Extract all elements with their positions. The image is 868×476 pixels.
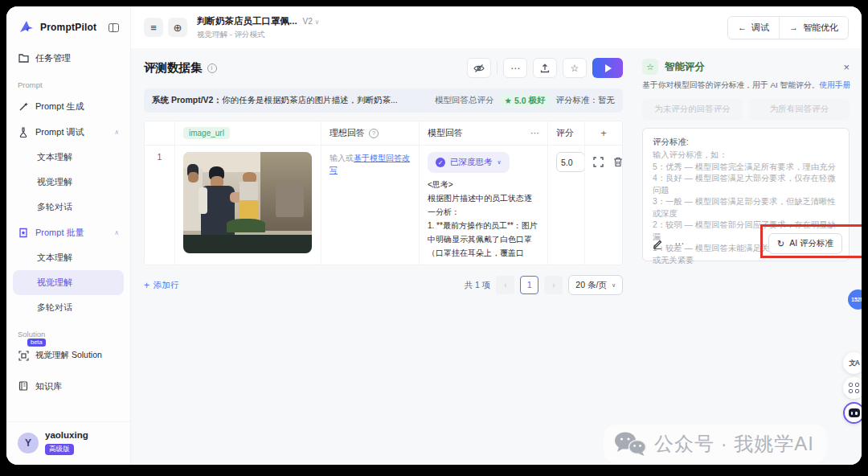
sidebar-item-prompt-gen[interactable]: Prompt 生成 <box>6 93 130 119</box>
debug-mode-button[interactable]: ← 调试 <box>728 17 780 39</box>
export-button[interactable] <box>533 58 557 78</box>
panel-title: 智能评分 <box>665 60 705 74</box>
system-prompt-label: 系统 Prompt/V2： <box>152 95 222 106</box>
ideal-answer-cell[interactable]: 输入或基于模型回答改写 <box>321 146 420 265</box>
criteria-label: 评分标准: <box>653 137 839 148</box>
expand-row-button[interactable] <box>593 157 604 167</box>
favorite-button[interactable]: ☆ <box>563 58 587 78</box>
translate-button[interactable]: 文A <box>843 352 862 374</box>
criteria-editor[interactable]: 评分标准: 输入评分标准，如： 5：优秀 — 模型回答完全满足所有要求，理由充分… <box>642 128 850 261</box>
next-page-button[interactable]: › <box>544 276 563 294</box>
prev-page-button[interactable]: ‹ <box>496 276 514 294</box>
image-url-column-header[interactable]: image_url <box>175 121 321 145</box>
smart-optimize-button[interactable]: → 智能优化 <box>780 17 848 39</box>
delete-row-button[interactable] <box>613 157 622 167</box>
eval-table: image_url 理想回答 ? 模型回答 ⋯ 评分 + <box>144 121 623 265</box>
ai-assistant-button[interactable] <box>843 402 862 424</box>
sidebar-item-vision-solution[interactable]: beta 视觉理解 Solution <box>6 343 130 368</box>
collapse-sidebar-icon[interactable] <box>108 23 119 32</box>
sidebar-item-label: Prompt 生成 <box>35 101 84 113</box>
plus-circle-icon: ⊕ <box>174 22 182 34</box>
model-answer-column-header[interactable]: 模型回答 ⋯ <box>420 121 548 145</box>
task-title: 判断奶茶店员工口罩佩... <box>197 15 297 27</box>
user-profile[interactable]: Y yaoluxing 高级版 <box>6 421 130 465</box>
new-task-button[interactable]: ⊕ <box>168 18 187 37</box>
score-input[interactable] <box>556 152 585 172</box>
batch-doc-icon <box>18 227 29 238</box>
sidebar-item-debug-text[interactable]: 文本理解 <box>6 145 130 170</box>
more-actions-button[interactable]: ⋯ <box>503 58 527 78</box>
score-all-button[interactable]: 为所有回答评分 <box>749 99 850 120</box>
score-unscored-button[interactable]: 为未评分的回答评分 <box>642 99 743 120</box>
menu-button[interactable]: ≡ <box>144 18 163 37</box>
table-header: image_url 理想回答 ? 模型回答 ⋯ 评分 + <box>145 121 622 146</box>
memory-badge: 152M <box>848 289 862 310</box>
ai-refresh-icon: ↻ <box>777 239 784 249</box>
current-page[interactable]: 1 <box>520 276 538 294</box>
top-header: ≡ ⊕ 判断奶茶店员工口罩佩... V2 ∨ 视觉理解 - 评分模式 ← 调试 … <box>131 6 862 48</box>
deep-think-toggle[interactable]: ✓ 已深度思考 ∨ <box>428 152 510 173</box>
sidebar-item-prompt-batch[interactable]: Prompt 批量 ∧ <box>6 220 130 245</box>
sidebar-item-debug-vision[interactable]: 视觉理解 <box>6 170 130 195</box>
info-icon: i <box>207 64 217 73</box>
total-score-label: 模型回答总评分 <box>435 95 494 106</box>
panel-description: 基于你对模型回答的评分标准，用于 AI 智能评分。使用手册 <box>642 80 850 91</box>
row-actions-cell <box>585 146 622 265</box>
chevron-up-icon[interactable]: ∧ <box>114 229 119 236</box>
ideal-placeholder: 输入或 <box>330 154 354 162</box>
sidebar-item-batch-multiturn[interactable]: 多轮对话 <box>6 295 130 320</box>
dataset-column: 评测数据集 i ⋯ ☆ <box>144 58 623 295</box>
promptpilot-logo-icon <box>18 19 35 35</box>
sidebar-section-prompt: Prompt <box>6 71 130 93</box>
star-filled-icon: ★ <box>504 96 511 105</box>
add-column-button[interactable]: + <box>585 121 622 145</box>
ideal-answer-column-header[interactable]: 理想回答 ? <box>321 121 420 145</box>
score-cell <box>548 146 585 265</box>
chevron-down-icon: ∨ <box>315 18 320 26</box>
plus-icon: + <box>144 280 149 291</box>
hide-column-button[interactable] <box>467 58 491 78</box>
translate-icon: 文A <box>849 359 859 368</box>
book-icon <box>18 380 29 392</box>
ai-criteria-button[interactable]: ↻ AI 评分标准 <box>768 233 842 254</box>
grid-icon <box>849 383 859 393</box>
chevron-up-icon[interactable]: ∧ <box>114 129 119 136</box>
system-prompt-text: 你的任务是根据奶茶店的图片描述，判断奶茶... <box>222 95 398 106</box>
column-more-icon[interactable]: ⋯ <box>530 128 539 138</box>
row-index: 1 <box>145 146 175 265</box>
bubble-tea-shop-photo[interactable] <box>183 152 312 253</box>
sidebar-item-prompt-debug[interactable]: Prompt 调试 ∧ <box>6 119 130 145</box>
sidebar-nav: 任务管理 Prompt Prompt 生成 Prompt 调试 ∧ 文本理解 视… <box>6 45 130 421</box>
system-prompt-bar[interactable]: 系统 Prompt/V2： 你的任务是根据奶茶店的图片描述，判断奶茶... 模型… <box>144 88 623 113</box>
expand-icon <box>593 157 604 167</box>
sidebar-item-task-management[interactable]: 任务管理 <box>6 45 130 71</box>
version-dropdown[interactable]: V2 ∨ <box>303 17 320 26</box>
task-subtitle: 视觉理解 - 评分模式 <box>197 30 319 40</box>
criteria-more-button[interactable]: ⋯ <box>674 238 684 249</box>
add-row-button[interactable]: + 添加行 <box>144 280 179 291</box>
sidebar-item-batch-vision-selected[interactable]: 视觉理解 <box>13 270 124 295</box>
wechat-icon <box>613 431 647 457</box>
play-icon <box>605 64 612 72</box>
criteria-status: 评分标准：暂无 <box>556 95 616 106</box>
user-name: yaoluxing <box>45 430 88 440</box>
sidebar-item-knowledge-base[interactable]: 知识库 <box>6 373 130 399</box>
page-size-select[interactable]: 20 条/页 ∨ <box>568 275 623 295</box>
image-cell[interactable] <box>175 146 321 265</box>
sidebar-item-debug-multiturn[interactable]: 多轮对话 <box>6 195 130 220</box>
dataset-toolbar: ⋯ ☆ <box>467 58 623 78</box>
model-answer-text: <思考> 根据图片描述中的员工状态逐一分析： 1. **最前方操作的员工**：图… <box>428 178 539 261</box>
help-icon: ? <box>369 129 379 138</box>
watermark-text: 公众号 · 我姚学AI <box>654 431 814 457</box>
run-button[interactable] <box>592 58 623 78</box>
beta-badge: beta <box>27 339 46 347</box>
edit-pencil-button[interactable] <box>653 239 663 249</box>
manual-link[interactable]: 使用手册 <box>819 80 850 89</box>
close-icon[interactable]: × <box>843 61 850 73</box>
apps-grid-button[interactable] <box>843 377 862 399</box>
app-title: PromptPilot <box>40 22 96 33</box>
sidebar-item-batch-text[interactable]: 文本理解 <box>6 245 130 270</box>
trash-icon <box>613 157 622 167</box>
model-answer-cell[interactable]: ✓ 已深度思考 ∨ <思考> 根据图片描述中的员工状态逐一分析： 1. **最前… <box>420 146 548 265</box>
upload-icon <box>540 64 550 73</box>
